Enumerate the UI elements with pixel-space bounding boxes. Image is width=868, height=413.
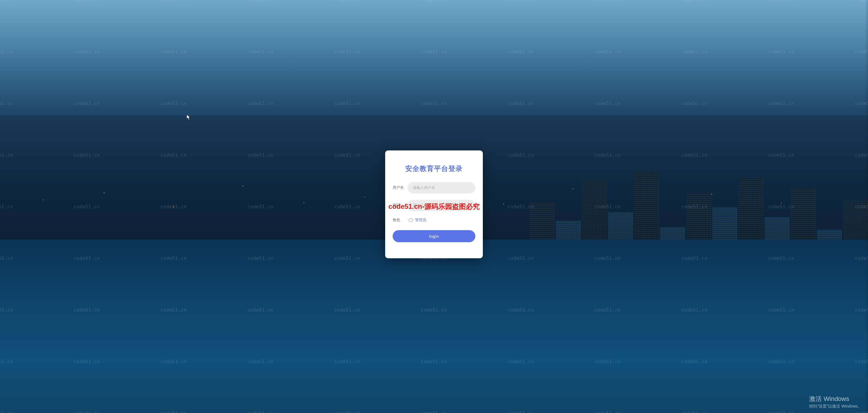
- login-button[interactable]: login: [393, 230, 475, 242]
- username-row: 用户名: [393, 182, 475, 193]
- login-title: 安全教育平台登录: [393, 164, 475, 173]
- username-input[interactable]: [408, 182, 475, 193]
- password-row: 密码: [393, 200, 475, 211]
- role-admin-radio[interactable]: [409, 218, 413, 222]
- password-label: 密码: [393, 203, 408, 208]
- password-input[interactable]: [408, 200, 475, 211]
- role-admin-label[interactable]: 管理员: [415, 217, 426, 222]
- bridge-decoration: [0, 256, 521, 380]
- login-card: 安全教育平台登录 用户名 密码 角色 管理员 login: [385, 150, 483, 258]
- username-label: 用户名: [393, 185, 408, 190]
- role-label: 角色: [393, 217, 408, 222]
- role-row: 角色 管理员: [393, 217, 475, 222]
- skyline-decoration: [503, 165, 868, 289]
- scrollbar-hint[interactable]: [865, 0, 868, 413]
